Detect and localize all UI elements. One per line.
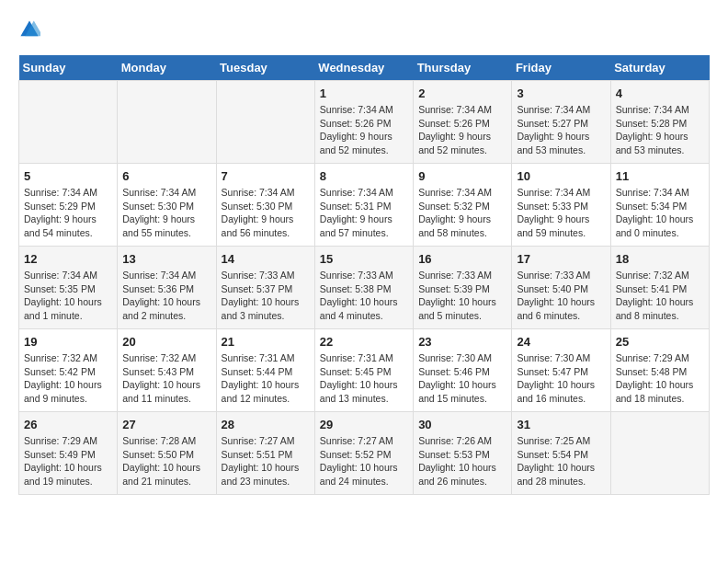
day-info: Sunset: 5:28 PM [616, 117, 704, 131]
day-info: Daylight: 9 hours and 57 minutes. [320, 213, 408, 239]
day-number: 23 [418, 335, 506, 349]
calendar-cell: 7Sunrise: 7:34 AMSunset: 5:30 PMDaylight… [216, 164, 314, 247]
day-info: Sunset: 5:49 PM [24, 448, 112, 462]
day-info: Daylight: 9 hours and 53 minutes. [616, 130, 704, 156]
day-info: Sunset: 5:47 PM [517, 365, 605, 379]
calendar-cell: 1Sunrise: 7:34 AMSunset: 5:26 PMDaylight… [314, 81, 413, 164]
day-info: Sunset: 5:35 PM [24, 282, 112, 296]
calendar-cell: 23Sunrise: 7:30 AMSunset: 5:46 PMDayligh… [414, 329, 512, 412]
day-info: Sunset: 5:50 PM [122, 448, 210, 462]
calendar-cell: 18Sunrise: 7:32 AMSunset: 5:41 PMDayligh… [610, 247, 709, 329]
day-info: Sunset: 5:45 PM [320, 365, 408, 379]
day-number: 26 [24, 418, 112, 431]
day-info: Sunrise: 7:32 AM [616, 269, 704, 282]
day-info: Daylight: 10 hours and 15 minutes. [418, 378, 506, 405]
day-info: Daylight: 10 hours and 5 minutes. [418, 295, 506, 322]
day-info: Sunrise: 7:29 AM [616, 351, 704, 365]
day-info: Daylight: 10 hours and 11 minutes. [122, 378, 210, 405]
col-header-thursday: Thursday [414, 55, 512, 81]
day-number: 5 [24, 169, 112, 183]
calendar-cell: 2Sunrise: 7:34 AMSunset: 5:26 PMDaylight… [414, 81, 512, 164]
calendar-cell: 9Sunrise: 7:34 AMSunset: 5:32 PMDaylight… [414, 164, 512, 247]
day-info: Sunset: 5:29 PM [24, 200, 112, 213]
day-info: Sunrise: 7:30 AM [418, 351, 506, 365]
day-info: Sunset: 5:43 PM [122, 365, 210, 379]
calendar-cell: 25Sunrise: 7:29 AMSunset: 5:48 PMDayligh… [610, 329, 709, 412]
day-number: 4 [616, 86, 704, 100]
day-number: 21 [222, 335, 310, 349]
calendar-cell [610, 412, 709, 495]
col-header-saturday: Saturday [610, 55, 709, 81]
day-info: Sunrise: 7:29 AM [24, 434, 112, 448]
day-info: Sunrise: 7:33 AM [320, 269, 408, 282]
day-info: Sunrise: 7:34 AM [122, 269, 210, 282]
day-number: 20 [122, 335, 210, 349]
day-info: Sunrise: 7:26 AM [418, 434, 506, 448]
day-number: 1 [320, 86, 408, 100]
calendar-header: SundayMondayTuesdayWednesdayThursdayFrid… [19, 55, 710, 81]
day-number: 18 [616, 252, 704, 266]
day-info: Daylight: 9 hours and 52 minutes. [320, 130, 408, 156]
day-info: Sunrise: 7:34 AM [616, 186, 704, 200]
calendar-cell: 26Sunrise: 7:29 AMSunset: 5:49 PMDayligh… [19, 412, 118, 495]
calendar-cell: 24Sunrise: 7:30 AMSunset: 5:47 PMDayligh… [512, 329, 610, 412]
calendar-cell: 13Sunrise: 7:34 AMSunset: 5:36 PMDayligh… [118, 247, 216, 329]
day-info: Daylight: 9 hours and 55 minutes. [122, 213, 210, 239]
day-number: 10 [517, 169, 605, 183]
day-info: Sunset: 5:48 PM [616, 365, 704, 379]
day-number: 6 [122, 169, 210, 183]
day-number: 14 [222, 252, 310, 266]
calendar-cell [118, 81, 216, 164]
day-info: Sunrise: 7:33 AM [418, 269, 506, 282]
day-info: Sunrise: 7:34 AM [24, 269, 112, 282]
page-header [18, 18, 710, 40]
calendar-week-4: 19Sunrise: 7:32 AMSunset: 5:42 PMDayligh… [19, 329, 710, 412]
day-number: 22 [320, 335, 408, 349]
day-info: Sunrise: 7:34 AM [517, 186, 605, 200]
day-info: Sunrise: 7:33 AM [517, 269, 605, 282]
calendar-cell: 22Sunrise: 7:31 AMSunset: 5:45 PMDayligh… [314, 329, 413, 412]
day-info: Daylight: 10 hours and 28 minutes. [517, 461, 605, 488]
day-info: Sunset: 5:36 PM [122, 282, 210, 296]
day-info: Daylight: 10 hours and 13 minutes. [320, 378, 408, 405]
day-info: Daylight: 10 hours and 19 minutes. [24, 461, 112, 488]
day-number: 29 [320, 418, 408, 431]
day-info: Sunrise: 7:34 AM [418, 103, 506, 117]
day-info: Daylight: 9 hours and 59 minutes. [517, 213, 605, 239]
col-header-monday: Monday [118, 55, 216, 81]
day-info: Sunset: 5:37 PM [222, 282, 310, 296]
calendar-cell: 31Sunrise: 7:25 AMSunset: 5:54 PMDayligh… [512, 412, 610, 495]
day-info: Sunset: 5:26 PM [320, 117, 408, 131]
calendar-cell: 16Sunrise: 7:33 AMSunset: 5:39 PMDayligh… [414, 247, 512, 329]
day-info: Daylight: 10 hours and 21 minutes. [122, 461, 210, 488]
col-header-sunday: Sunday [19, 55, 118, 81]
calendar-cell: 12Sunrise: 7:34 AMSunset: 5:35 PMDayligh… [19, 247, 118, 329]
day-info: Sunrise: 7:34 AM [320, 186, 408, 200]
calendar-week-3: 12Sunrise: 7:34 AMSunset: 5:35 PMDayligh… [19, 247, 710, 329]
calendar-cell: 8Sunrise: 7:34 AMSunset: 5:31 PMDaylight… [314, 164, 413, 247]
logo [18, 18, 44, 40]
day-number: 12 [24, 252, 112, 266]
calendar-cell: 29Sunrise: 7:27 AMSunset: 5:52 PMDayligh… [314, 412, 413, 495]
day-info: Sunset: 5:53 PM [418, 448, 506, 462]
day-number: 28 [222, 418, 310, 431]
calendar-cell: 14Sunrise: 7:33 AMSunset: 5:37 PMDayligh… [216, 247, 314, 329]
col-header-tuesday: Tuesday [216, 55, 314, 81]
day-info: Sunrise: 7:30 AM [517, 351, 605, 365]
day-info: Daylight: 9 hours and 54 minutes. [24, 213, 112, 239]
day-info: Sunset: 5:26 PM [418, 117, 506, 131]
day-number: 31 [517, 418, 605, 431]
calendar-cell [19, 81, 118, 164]
day-info: Sunrise: 7:34 AM [320, 103, 408, 117]
day-info: Sunset: 5:27 PM [517, 117, 605, 131]
day-info: Daylight: 10 hours and 18 minutes. [616, 378, 704, 405]
day-info: Sunrise: 7:27 AM [222, 434, 310, 448]
day-info: Daylight: 10 hours and 16 minutes. [517, 378, 605, 405]
calendar-table: SundayMondayTuesdayWednesdayThursdayFrid… [18, 55, 710, 495]
day-info: Daylight: 10 hours and 8 minutes. [616, 295, 704, 322]
calendar-cell [216, 81, 314, 164]
calendar-cell: 19Sunrise: 7:32 AMSunset: 5:42 PMDayligh… [19, 329, 118, 412]
day-info: Sunrise: 7:32 AM [122, 351, 210, 365]
calendar-week-2: 5Sunrise: 7:34 AMSunset: 5:29 PMDaylight… [19, 164, 710, 247]
day-info: Daylight: 10 hours and 4 minutes. [320, 295, 408, 322]
